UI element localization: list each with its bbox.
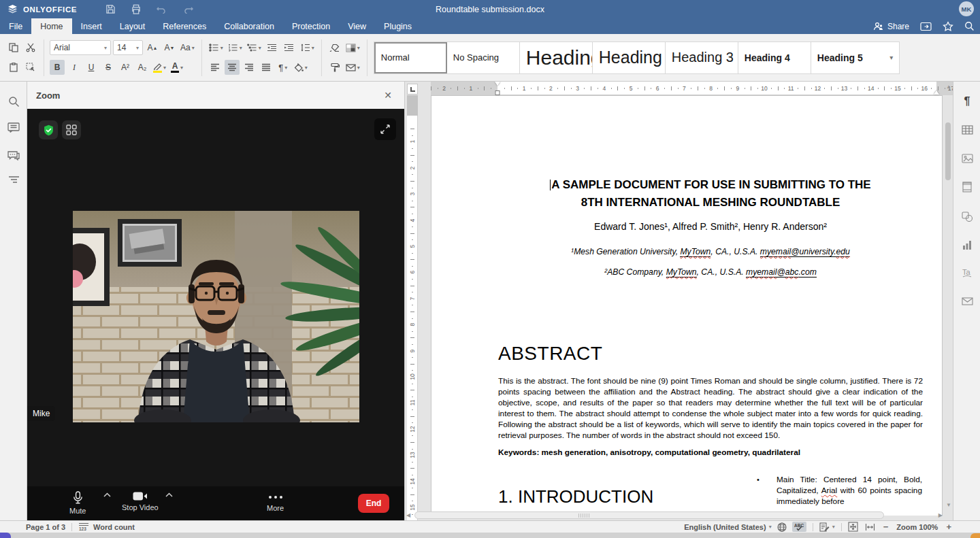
tab-collaboration[interactable]: Collaboration xyxy=(215,18,283,34)
language-selector[interactable]: English (United States) xyxy=(684,523,766,531)
left-indent-marker[interactable] xyxy=(495,90,500,95)
favorite-star-button[interactable] xyxy=(943,21,953,31)
decrease-font-button[interactable]: A▼ xyxy=(162,40,177,55)
align-justify-button[interactable] xyxy=(259,60,274,75)
multilevel-list-button[interactable]: ▾ xyxy=(246,40,263,55)
cut-button[interactable] xyxy=(23,40,38,55)
first-line-indent-marker[interactable] xyxy=(495,82,500,86)
zoom-level[interactable]: Zoom 100% xyxy=(896,523,938,531)
search-button[interactable] xyxy=(964,21,975,31)
end-call-button[interactable]: End xyxy=(358,494,389,513)
set-language-globe-icon[interactable] xyxy=(777,522,787,532)
participant-video[interactable] xyxy=(73,211,359,422)
mute-options-chevron-icon[interactable] xyxy=(103,492,111,497)
style-heading2[interactable]: Heading 2 xyxy=(593,42,666,73)
comments-icon[interactable] xyxy=(0,118,27,138)
mail-merge-button[interactable]: ▾ xyxy=(344,60,361,75)
bullet-list-button[interactable]: ▾ xyxy=(208,40,225,55)
style-heading5[interactable]: Heading 5 xyxy=(811,42,884,73)
change-case-button[interactable]: Aa▾ xyxy=(179,40,196,55)
save-button[interactable] xyxy=(97,4,123,14)
align-right-button[interactable] xyxy=(242,60,257,75)
paste-button[interactable] xyxy=(6,60,21,75)
right-indent-marker[interactable] xyxy=(934,90,939,95)
tab-file[interactable]: File xyxy=(0,18,31,34)
vertical-scrollbar-thumb[interactable] xyxy=(945,122,951,180)
scroll-down-arrow[interactable]: ▼ xyxy=(946,502,951,508)
track-changes-icon[interactable] xyxy=(819,522,830,532)
chart-settings-icon[interactable] xyxy=(953,235,980,255)
shape-settings-icon[interactable] xyxy=(953,206,980,226)
chat-icon[interactable] xyxy=(0,145,27,165)
shading-button[interactable]: ▾ xyxy=(293,60,309,75)
tab-references[interactable]: References xyxy=(154,18,215,34)
style-heading3[interactable]: Heading 3 xyxy=(666,42,738,73)
font-size-select[interactable]: 14▾ xyxy=(113,40,143,55)
subscript-button[interactable]: A₂ xyxy=(135,60,150,75)
superscript-button[interactable]: A² xyxy=(118,60,133,75)
stop-video-button[interactable]: Stop Video xyxy=(122,491,159,511)
page-indicator[interactable]: Page 1 of 3 xyxy=(26,523,65,531)
share-button[interactable]: Share xyxy=(873,22,909,31)
navigation-icon[interactable] xyxy=(0,169,27,190)
redo-button[interactable] xyxy=(175,5,201,14)
increase-indent-button[interactable] xyxy=(282,40,297,55)
tab-view[interactable]: View xyxy=(339,18,375,34)
mute-button[interactable]: Mute xyxy=(69,491,86,515)
video-options-chevron-icon[interactable] xyxy=(165,492,173,497)
scroll-right-arrow[interactable]: ▶ xyxy=(938,512,943,518)
increase-font-button[interactable]: A▲ xyxy=(145,40,160,55)
underline-button[interactable]: U xyxy=(84,60,99,75)
tab-protection[interactable]: Protection xyxy=(283,18,339,34)
color-scheme-button[interactable]: ▾ xyxy=(344,40,361,55)
align-left-button[interactable] xyxy=(208,60,223,75)
word-count-label[interactable]: Word count xyxy=(93,523,135,531)
tab-selector[interactable] xyxy=(407,84,418,95)
horizontal-scrollbar-thumb[interactable] xyxy=(414,511,884,519)
mail-merge-settings-icon[interactable] xyxy=(953,291,980,312)
style-heading1[interactable]: Heading 1 xyxy=(520,42,593,73)
style-heading4[interactable]: Heading 4 xyxy=(738,42,811,73)
nonprinting-chars-button[interactable]: ¶▾ xyxy=(276,60,291,75)
meeting-security-shield-icon[interactable] xyxy=(39,120,58,139)
tab-layout[interactable]: Layout xyxy=(111,18,154,34)
more-button[interactable]: More xyxy=(267,492,284,512)
paragraph-settings-icon[interactable]: ¶ xyxy=(953,91,980,112)
font-color-button[interactable]: A▾ xyxy=(169,60,184,75)
tab-insert[interactable]: Insert xyxy=(72,18,111,34)
zoom-out-button[interactable]: − xyxy=(883,522,889,532)
clear-style-button[interactable] xyxy=(327,40,342,55)
header-footer-settings-icon[interactable] xyxy=(953,177,980,197)
gallery-view-icon[interactable] xyxy=(62,120,81,139)
print-button[interactable] xyxy=(123,4,149,14)
strikethrough-button[interactable]: S xyxy=(101,60,116,75)
styles-expand-button[interactable]: ▾ xyxy=(884,42,899,73)
font-name-select[interactable]: Arial▾ xyxy=(50,40,111,55)
zoom-in-button[interactable]: + xyxy=(946,522,951,532)
copy-button[interactable] xyxy=(6,40,21,55)
line-spacing-button[interactable]: ▾ xyxy=(299,40,316,55)
fit-width-icon[interactable] xyxy=(865,523,875,531)
style-normal[interactable]: Normal xyxy=(374,42,447,73)
tab-home[interactable]: Home xyxy=(31,18,71,34)
textart-settings-icon[interactable]: Ta xyxy=(953,263,980,283)
user-avatar[interactable]: MK xyxy=(959,1,974,16)
table-settings-icon[interactable] xyxy=(953,120,980,140)
undo-button[interactable] xyxy=(149,5,175,14)
select-all-button[interactable] xyxy=(23,60,38,75)
style-no-spacing[interactable]: No Spacing xyxy=(447,42,520,73)
decrease-indent-button[interactable] xyxy=(265,40,280,55)
image-settings-icon[interactable] xyxy=(953,148,980,169)
align-center-button[interactable] xyxy=(225,60,240,75)
numbered-list-button[interactable]: ▾ xyxy=(227,40,244,55)
scroll-left-arrow[interactable]: ◀ xyxy=(406,512,410,518)
highlight-color-button[interactable]: ▾ xyxy=(152,60,167,75)
bold-button[interactable]: B xyxy=(50,60,65,75)
copy-style-button[interactable] xyxy=(327,60,342,75)
open-file-location-button[interactable] xyxy=(920,22,932,31)
tab-plugins[interactable]: Plugins xyxy=(375,18,421,34)
find-icon[interactable] xyxy=(0,91,27,112)
fullscreen-expand-icon[interactable] xyxy=(374,118,396,140)
document-page[interactable]: A SAMPLE DOCUMENT FOR USE IN SUBMITTING … xyxy=(431,95,943,516)
fit-page-icon[interactable] xyxy=(848,522,858,532)
